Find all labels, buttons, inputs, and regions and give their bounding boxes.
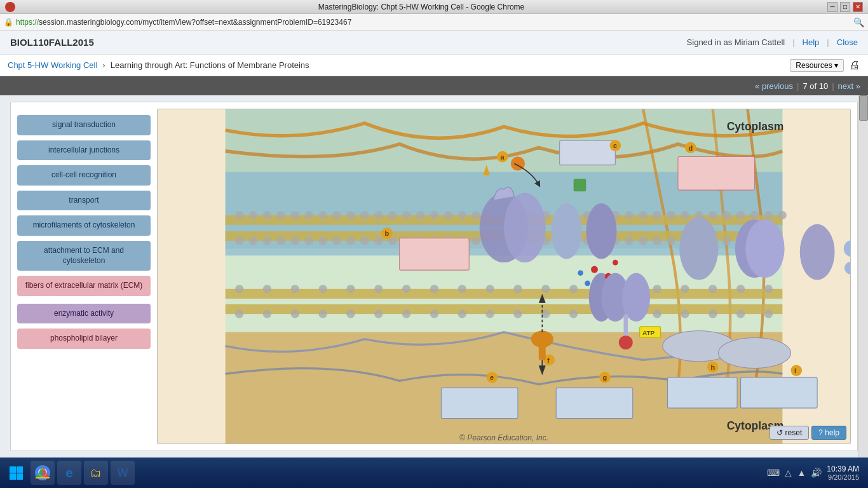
image-area: a c d b [157,109,851,444]
svg-point-148 [613,260,618,266]
divider1: | [792,37,794,47]
scroll-thumb[interactable] [859,95,868,121]
resources-button[interactable]: Resources ▾ [790,59,844,72]
minimize-button[interactable]: ─ [827,2,837,12]
network-icon: △ [785,468,792,478]
label-attachment-ecm[interactable]: attachment to ECM and cytoskeleton [17,241,151,271]
window-title: MasteringBiology: Chpt 5-HW Working Cell… [15,3,827,11]
svg-point-157 [679,217,718,280]
svg-point-18 [374,211,383,219]
label-fibers-ecm[interactable]: fibers of extracellular matrix (ECM) [17,276,151,296]
breadcrumb-left: Chpt 5-HW Working Cell › Learning throug… [8,60,309,70]
svg-point-124 [709,310,717,318]
breadcrumb-link-1[interactable]: Chpt 5-HW Working Cell [8,60,97,70]
url-domain: session.masteringbiology.com [39,18,140,27]
system-clock: 10:39 AM 9/20/2015 [827,464,859,481]
svg-point-99 [569,285,578,293]
svg-point-37 [639,211,648,219]
svg-point-39 [667,211,675,219]
maximize-button[interactable]: □ [840,2,850,12]
url-bar[interactable]: https://session.masteringbiology.com/myc… [16,18,351,27]
svg-point-115 [458,310,466,318]
label-microfilaments[interactable]: microfilaments of cytoskeleton [17,215,151,236]
svg-rect-168 [668,377,738,408]
svg-text:h: h [710,363,715,371]
svg-rect-133 [560,140,616,165]
svg-point-38 [653,211,661,219]
svg-point-90 [319,285,327,293]
svg-rect-142 [400,238,470,270]
svg-point-146 [591,266,598,273]
breadcrumb-separator: › [102,60,105,70]
svg-text:© Pearson Education, Inc.: © Pearson Education, Inc. [459,433,548,442]
word-button[interactable]: W [111,461,135,485]
action-buttons: ↺ reset ? help [770,426,846,440]
svg-point-89 [291,285,299,293]
quiz-area: signal transduction intercellular juncti… [17,109,851,444]
svg-point-77 [639,237,648,245]
svg-point-55 [332,237,341,245]
close-button[interactable]: ✕ [853,2,863,12]
label-enzymatic-activity[interactable]: enzymatic activity [17,304,151,324]
browser-search-icon[interactable]: 🔍 [853,17,864,27]
svg-point-150 [585,281,590,287]
signed-in-label: Signed in as Miriam Cattell [687,37,785,47]
svg-point-95 [458,285,466,293]
svg-point-109 [291,310,299,318]
title-bar: MasteringBiology: Chpt 5-HW Working Cell… [0,0,868,14]
svg-point-15 [332,211,341,219]
scrollbar[interactable] [858,95,868,458]
chrome-button[interactable] [31,461,55,485]
volume-icon: 🔊 [811,468,822,478]
reset-button[interactable]: ↺ reset [770,426,809,440]
svg-point-97 [513,285,522,293]
svg-point-42 [709,211,717,219]
svg-point-13 [305,211,313,219]
svg-point-56 [346,237,355,245]
label-transport[interactable]: transport [17,191,151,211]
next-link[interactable]: next » [838,81,860,91]
label-intercellular-junctions[interactable]: intercellular junctions [17,140,151,161]
svg-point-105 [736,285,745,293]
print-icon[interactable]: 🖨 [849,58,860,72]
svg-text:ATP: ATP [642,329,654,336]
start-button[interactable] [4,461,28,485]
svg-point-49 [249,237,257,245]
svg-rect-7 [226,304,783,314]
svg-point-44 [736,211,745,219]
svg-point-107 [235,310,243,318]
label-phospholipid-bilayer[interactable]: phospholipid bilayer [17,329,151,349]
address-bar: 🔒 https://session.masteringbiology.com/m… [0,14,868,30]
help-button[interactable]: ? help [811,426,846,440]
illustration-svg: a c d b [158,109,850,444]
svg-point-46 [764,211,773,219]
svg-point-119 [569,310,578,318]
svg-text:e: e [490,374,494,381]
svg-point-76 [625,237,634,245]
svg-point-16 [346,211,355,219]
svg-point-40 [681,211,689,219]
svg-point-114 [430,310,438,318]
lock-icon: 🔒 [4,18,13,27]
svg-rect-181 [539,346,546,360]
svg-text:c: c [613,142,617,149]
label-cell-cell-recognition[interactable]: cell-cell recognition [17,165,151,186]
svg-point-9 [249,211,257,219]
ie-button[interactable]: e [57,461,81,485]
clock-date: 9/20/2015 [827,473,859,481]
help-link[interactable]: Help [803,37,820,47]
wifi-icon: ▲ [797,468,806,478]
app-branding: BIOL110FALL2015 [10,37,94,48]
svg-point-17 [360,211,369,219]
svg-rect-6 [226,289,783,299]
svg-point-25 [472,211,480,219]
label-signal-transduction[interactable]: signal transduction [17,115,151,135]
breadcrumb: Chpt 5-HW Working Cell › Learning throug… [0,55,868,76]
svg-point-152 [622,273,650,322]
window-controls[interactable]: ─ □ ✕ [827,2,863,12]
explorer-button[interactable]: 🗂 [84,461,108,485]
breadcrumb-current: Learning through Art: Functions of Membr… [111,60,309,70]
close-link[interactable]: Close [837,37,858,47]
svg-point-10 [263,211,271,219]
previous-link[interactable]: « previous [755,81,793,91]
